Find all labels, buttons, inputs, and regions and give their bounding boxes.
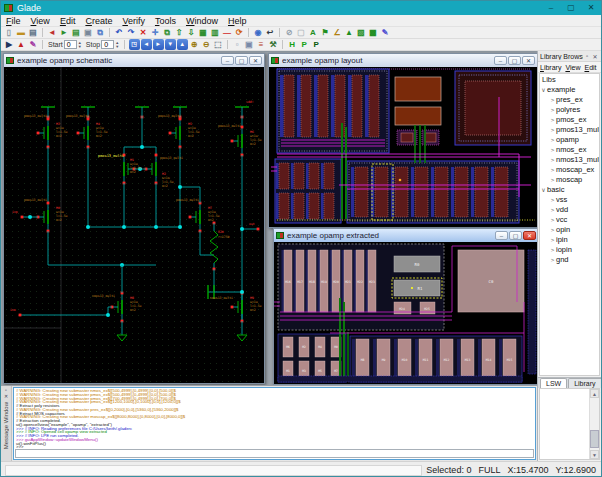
layers-icon[interactable]: ≡ [256, 39, 267, 50]
tree-collapsed-icon[interactable]: > [549, 135, 556, 145]
cell-item-moscap[interactable]: >moscap [540, 175, 599, 185]
menu-help[interactable]: Help [223, 15, 252, 27]
grid-icon[interactable]: ▫ [232, 39, 243, 50]
cell-item-iopin[interactable]: >iopin [540, 245, 599, 255]
window-schematic[interactable]: example opamp schematic – ▢ ✕ inpinmoutp… [3, 53, 265, 384]
tree-collapsed-icon[interactable]: > [549, 175, 556, 185]
maximize-icon[interactable]: ▢ [561, 1, 581, 15]
array-icon[interactable]: ▥ [210, 27, 221, 38]
menu-tools[interactable]: Tools [150, 15, 181, 27]
save-all-icon[interactable]: ▤ [71, 27, 82, 38]
marker-h-icon[interactable]: H [287, 39, 298, 50]
scroll-down-icon[interactable]: ▼ [590, 450, 599, 459]
menu-view[interactable]: View [26, 15, 55, 27]
close-icon[interactable]: ✕ [523, 231, 536, 240]
tree-collapsed-icon[interactable]: > [549, 105, 556, 115]
cell-item-vcc[interactable]: >vcc [540, 215, 599, 225]
dock-tab-lsw[interactable]: LSW [540, 378, 567, 388]
hill-icon[interactable]: ▲ [344, 27, 355, 38]
maximize-icon[interactable]: ▢ [508, 56, 521, 65]
stop-spinner-arrows[interactable]: ▲▼ [115, 41, 119, 49]
label-icon[interactable]: A [308, 27, 319, 38]
open-library-icon[interactable]: ▬ [16, 27, 27, 38]
fill-icon[interactable]: ▩ [368, 27, 379, 38]
stop-value[interactable]: 0 [101, 40, 114, 49]
library-item-example[interactable]: ∨example [540, 85, 599, 95]
menu-window[interactable]: Window [181, 15, 223, 27]
menu-create[interactable]: Create [80, 15, 117, 27]
lsw-panel[interactable]: ▲ ▼ [539, 388, 600, 460]
command-input[interactable] [15, 449, 534, 458]
marker-p1-icon[interactable]: P [299, 39, 310, 50]
minimize-icon[interactable]: – [221, 56, 234, 65]
tree-collapsed-icon[interactable]: > [549, 215, 556, 225]
tree-collapsed-icon[interactable]: > [549, 155, 556, 165]
export-icon[interactable]: ► [59, 27, 70, 38]
lb-menu-library[interactable]: Library [540, 64, 561, 71]
close-icon[interactable]: ✕ [591, 53, 599, 60]
window-layout[interactable]: example opamp layout – ▢ ✕ [268, 53, 537, 228]
schematic-titlebar[interactable]: example opamp schematic – ▢ ✕ [4, 54, 264, 67]
pan-down-icon[interactable]: ▼ [165, 39, 176, 50]
tree-collapsed-icon[interactable]: > [549, 95, 556, 105]
tree-collapsed-icon[interactable]: > [549, 225, 556, 235]
library-item-basic[interactable]: ∨basic [540, 185, 599, 195]
move-icon[interactable]: ✛ [150, 27, 161, 38]
stretch-icon[interactable]: — [222, 27, 233, 38]
no-edit-icon[interactable]: ⊘ [284, 27, 295, 38]
cell-item-pmos13_multi[interactable]: >pmos13_multi [540, 125, 599, 135]
cell-item-gnd[interactable]: >gnd [540, 255, 599, 265]
tree-collapsed-icon[interactable]: > [549, 125, 556, 135]
extracted-titlebar[interactable]: example opamp extracted – ▢ ✕ [274, 229, 537, 242]
menu-edit[interactable]: Edit [55, 15, 81, 27]
zoom-in-icon[interactable]: ⊕ [189, 39, 200, 50]
minimize-icon[interactable]: – [541, 1, 561, 15]
extracted-canvas[interactable]: M16M17M18M19M20M21M22M23R0R1M24M25C0M6M1… [274, 242, 537, 384]
print-icon[interactable]: ▣ [83, 27, 94, 38]
polygon-icon[interactable]: ▧ [356, 27, 367, 38]
lb-menu-view[interactable]: View [565, 64, 580, 71]
cell-item-ipin[interactable]: >ipin [540, 235, 599, 245]
minimize-icon[interactable]: – [495, 231, 508, 240]
zoom-out-icon[interactable]: ⊖ [201, 39, 212, 50]
world-view-icon[interactable]: ◉ [253, 27, 264, 38]
new-cell-icon[interactable]: ▯ [4, 27, 15, 38]
save-icon[interactable]: ▤ [28, 27, 39, 38]
flatten-icon[interactable]: ▦ [198, 27, 209, 38]
marker-p2-icon[interactable]: P [311, 39, 322, 50]
log-output[interactable]: # WARNING: Creating new submaster nmos_e… [14, 388, 535, 448]
cell-item-nmos_ex[interactable]: >nmos_ex [540, 145, 599, 155]
import-icon[interactable]: ◄ [47, 27, 58, 38]
copy-view-icon[interactable]: ⧉ [95, 27, 106, 38]
close-icon[interactable]: ✕ [522, 56, 535, 65]
schematic-canvas[interactable]: inpinmoutpmos13_multipmos13_multipmos13_… [4, 67, 264, 383]
menu-file[interactable]: File [1, 15, 26, 27]
tree-collapsed-icon[interactable]: > [549, 255, 556, 265]
float-icon[interactable]: ▫ [583, 53, 591, 59]
previous-view-icon[interactable]: ↩ [265, 27, 276, 38]
library-tree[interactable]: Libs ∨example>pres_ex>polyres>pmos_ex>pm… [539, 73, 600, 376]
dock-tab-library-browser[interactable]: Library Browser [568, 378, 602, 388]
library-browser-titlebar[interactable]: Library Browser ▫ ✕ [538, 51, 601, 62]
cell-item-opin[interactable]: >opin [540, 225, 599, 235]
cell-item-opamp[interactable]: >opamp [540, 135, 599, 145]
maximize-icon[interactable]: ▢ [235, 56, 248, 65]
pan-up-icon[interactable]: ▲ [177, 39, 188, 50]
pin-icon[interactable]: ⚑ [320, 27, 331, 38]
cell-item-pres_ex[interactable]: >pres_ex [540, 95, 599, 105]
titlebar[interactable]: Glade – ▢ ✕ [1, 1, 601, 15]
tree-expanded-icon[interactable]: ∨ [540, 185, 547, 195]
redo-icon[interactable]: ↷ [126, 27, 137, 38]
tree-collapsed-icon[interactable]: > [549, 115, 556, 125]
cell-item-nmos13_multi[interactable]: >nmos13_multi [540, 155, 599, 165]
cell-item-vdd[interactable]: >vdd [540, 205, 599, 215]
zoom-fit-icon[interactable]: ◳ [129, 39, 140, 50]
lb-menu-edit[interactable]: Edit [584, 64, 596, 71]
layout-titlebar[interactable]: example opamp layout – ▢ ✕ [269, 54, 537, 67]
minimize-icon[interactable]: – [494, 56, 507, 65]
cell-item-pmos_ex[interactable]: >pmos_ex [540, 115, 599, 125]
scroll-up-icon[interactable]: ▲ [590, 389, 599, 398]
maximize-icon[interactable]: ▢ [509, 231, 522, 240]
undo-icon[interactable]: ↶ [114, 27, 125, 38]
copy-inst-icon[interactable]: ⧉ [162, 27, 173, 38]
